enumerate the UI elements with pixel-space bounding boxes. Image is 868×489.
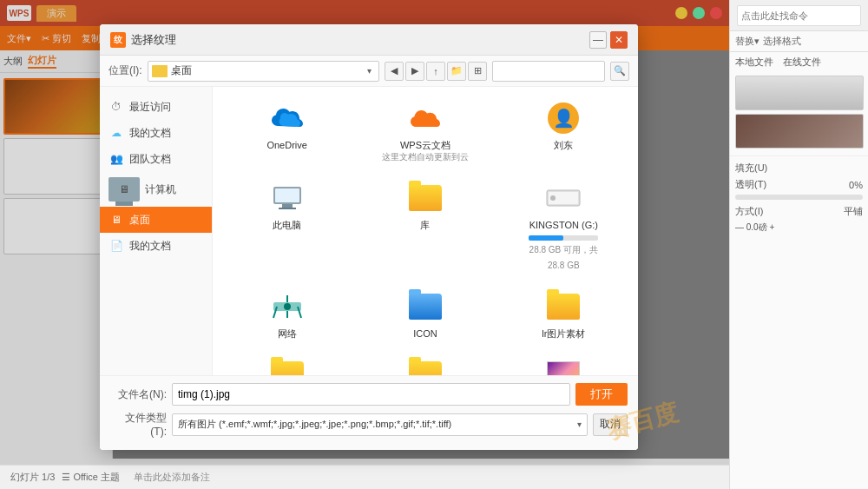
thispc-icon xyxy=(270,181,305,215)
location-text: 桌面 xyxy=(171,63,363,78)
file-item-icon[interactable]: ICON xyxy=(359,284,490,345)
dialog-nav-panel: ⏱ 最近访问 ☁ 我的文档 👥 团队文档 🖥 计算机 🖥 桌面 📄 我的文档 xyxy=(100,87,213,375)
right-replace[interactable]: 替换▾ xyxy=(735,35,760,48)
wps-right-panel: 替换▾ 选择格式 本地文件 在线文件 填充(U) 透明(T) 0% 方式(I) … xyxy=(729,0,868,489)
offset-label: — 0.0磅 + xyxy=(735,221,774,234)
filetype-dropdown-arrow: ▾ xyxy=(577,420,582,429)
dialog-close-button[interactable]: ✕ xyxy=(610,31,628,49)
nav-wps-doc[interactable]: ☁ 我的文档 xyxy=(100,120,212,146)
computer-icon: 🖥 xyxy=(108,177,140,202)
lr-folder-label: lr图片素材 xyxy=(542,327,585,340)
slide-count: 幻灯片 1/3 xyxy=(10,471,55,484)
dialog-title-icon: 纹 xyxy=(110,32,126,48)
file-item-mouse[interactable]: 鼠标放大器 xyxy=(359,352,490,375)
file-item-shubi[interactable]: shubiankuilei xyxy=(221,352,352,375)
mydoc-icon: 📄 xyxy=(108,238,124,254)
filetype-label: 文件类型(T): xyxy=(110,411,167,438)
gabor-thumb xyxy=(546,357,581,375)
view-toggle-button[interactable]: ⊞ xyxy=(468,62,487,81)
wpscloud-meta: 这里文档自动更新到云 xyxy=(382,151,469,163)
thispc-label: 此电脑 xyxy=(273,219,301,231)
desktop-icon: 🖥 xyxy=(108,212,124,228)
back-button[interactable]: ◀ xyxy=(385,62,404,81)
file-search-input[interactable] xyxy=(492,61,605,82)
theme-icon: ☰ xyxy=(62,472,70,482)
right-select-style[interactable]: 选择格式 xyxy=(763,35,801,48)
right-thumb-1[interactable] xyxy=(735,76,864,110)
network-label: 网络 xyxy=(278,327,297,340)
right-panel-header xyxy=(730,0,868,31)
theme-name: ☰ Office 主题 xyxy=(62,471,120,484)
icon-folder-icon xyxy=(408,289,443,324)
nav-computer-label: 计算机 xyxy=(145,182,176,197)
file-picker-dialog: 纹 选择纹理 — ✕ 位置(I): 桌面 ▾ ◀ ▶ ↑ 📁 ⊞ 🔍 ⏱ xyxy=(100,24,638,450)
add-note-text[interactable]: 单击此处添加备注 xyxy=(134,471,210,484)
onedrive-label: OneDrive xyxy=(266,139,306,151)
filename-label: 文件名(N): xyxy=(110,387,167,402)
nav-recent[interactable]: ⏱ 最近访问 xyxy=(100,94,212,120)
filetype-selector[interactable]: 所有图片 (*.emf;*.wmf;*.jpg;*.jpeg;*.jpe;*.p… xyxy=(172,413,588,436)
liudong-label: 刘东 xyxy=(554,139,573,151)
library-label: 库 xyxy=(420,219,430,231)
location-folder-icon xyxy=(152,65,168,77)
right-local-files[interactable]: 本地文件 xyxy=(735,56,773,67)
person-icon: 👤 xyxy=(546,101,581,135)
lr-folder-icon xyxy=(546,289,581,324)
kingston-meta: 28.8 GB 可用，共 28.8 GB xyxy=(529,245,598,270)
svg-rect-1 xyxy=(275,188,299,202)
shubi-folder-icon xyxy=(270,357,305,375)
transparency-value: 0% xyxy=(849,180,863,190)
drive-progress-bar: 28.8 GB 可用，共 28.8 GB xyxy=(529,234,598,272)
onedrive-icon xyxy=(270,101,305,135)
filetype-value: 所有图片 (*.emf;*.wmf;*.jpg;*.jpeg;*.jpe;*.p… xyxy=(178,418,577,431)
location-label: 位置(I): xyxy=(108,63,142,78)
file-item-lr[interactable]: lr图片素材 xyxy=(498,284,629,345)
search-button[interactable]: 🔍 xyxy=(610,62,629,81)
nav-computer[interactable]: 🖥 计算机 xyxy=(100,172,212,207)
file-item-onedrive[interactable]: OneDrive xyxy=(221,96,352,169)
filename-field-row: 文件名(N): 打开 xyxy=(110,383,628,406)
kingston-label: KINGSTON (G:) xyxy=(529,219,598,231)
nav-mydoc[interactable]: 📄 我的文档 xyxy=(100,233,212,259)
cancel-button[interactable]: 取消 xyxy=(593,413,628,436)
file-item-liudong[interactable]: 👤 刘东 xyxy=(498,96,629,169)
file-item-thispc[interactable]: 此电脑 xyxy=(221,175,352,276)
right-online-files[interactable]: 在线文件 xyxy=(783,56,821,67)
nav-recent-label: 最近访问 xyxy=(129,100,171,115)
new-folder-button[interactable]: 📁 xyxy=(447,62,466,81)
nav-team-label: 团队文档 xyxy=(129,152,171,167)
location-selector[interactable]: 桌面 ▾ xyxy=(148,61,379,82)
transparency-label: 透明(T) xyxy=(735,178,766,191)
command-search[interactable] xyxy=(737,5,861,26)
file-item-gabor[interactable]: gabor-juhasz-68424.jpg JPG 文件 13.0 MB xyxy=(498,352,629,375)
dialog-window-controls: — ✕ xyxy=(589,31,628,49)
right-thumb-2[interactable] xyxy=(735,114,864,149)
dialog-body: ⏱ 最近访问 ☁ 我的文档 👥 团队文档 🖥 计算机 🖥 桌面 📄 我的文档 xyxy=(100,87,638,375)
file-item-kingston[interactable]: KINGSTON (G:) 28.8 GB 可用，共 28.8 GB xyxy=(498,175,629,276)
dialog-minimize-button[interactable]: — xyxy=(589,31,607,49)
svg-rect-3 xyxy=(279,208,296,209)
forward-button[interactable]: ▶ xyxy=(405,62,424,81)
icon-folder-label: ICON xyxy=(413,327,437,340)
file-item-wpscloud[interactable]: WPS云文档 这里文档自动更新到云 xyxy=(359,96,490,169)
wpscloud-label: WPS云文档 xyxy=(400,139,450,151)
wps-doc-icon: ☁ xyxy=(108,125,124,141)
open-button[interactable]: 打开 xyxy=(575,383,628,406)
nav-desktop[interactable]: 🖥 桌面 xyxy=(100,207,212,233)
svg-point-6 xyxy=(550,195,556,201)
location-nav-buttons: ◀ ▶ ↑ 📁 ⊞ xyxy=(385,62,487,81)
dialog-location-bar: 位置(I): 桌面 ▾ ◀ ▶ ↑ 📁 ⊞ 🔍 xyxy=(100,56,638,87)
filetype-field-row: 文件类型(T): 所有图片 (*.emf;*.wmf;*.jpg;*.jpeg;… xyxy=(110,411,628,438)
file-item-library[interactable]: 库 xyxy=(359,175,490,276)
wps-statusbar: 幻灯片 1/3 ☰ Office 主题 单击此处添加备注 xyxy=(0,465,729,489)
up-button[interactable]: ↑ xyxy=(426,62,445,81)
wpscloud-icon xyxy=(408,101,443,135)
nav-mydoc-label: 我的文档 xyxy=(129,239,171,254)
svg-rect-2 xyxy=(282,204,293,208)
nav-wps-doc-label: 我的文档 xyxy=(129,126,171,141)
library-icon xyxy=(408,181,443,215)
fill-label: 填充(U) xyxy=(735,162,767,175)
nav-team[interactable]: 👥 团队文档 xyxy=(100,146,212,172)
filename-input[interactable] xyxy=(172,383,570,406)
file-item-network[interactable]: 网络 xyxy=(221,284,352,345)
